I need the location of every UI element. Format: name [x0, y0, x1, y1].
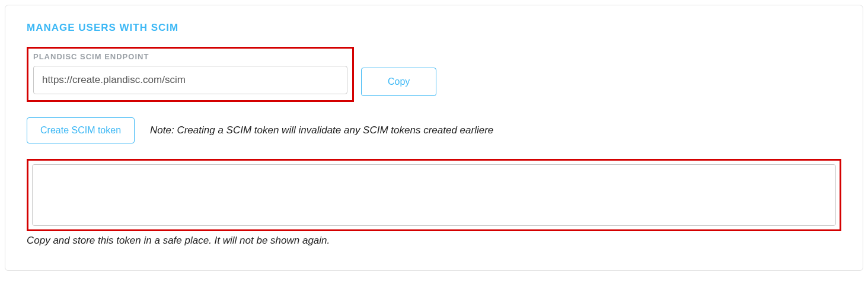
create-scim-token-button[interactable]: Create SCIM token: [27, 117, 135, 143]
token-store-hint: Copy and store this token in a safe plac…: [27, 235, 841, 247]
endpoint-label: PLANDISC SCIM ENDPOINT: [33, 52, 347, 61]
scim-token-output[interactable]: [32, 164, 836, 226]
copy-endpoint-button[interactable]: Copy: [361, 68, 436, 96]
scim-endpoint-input[interactable]: [33, 66, 347, 94]
token-output-section: Copy and store this token in a safe plac…: [27, 159, 841, 247]
endpoint-row: PLANDISC SCIM ENDPOINT Copy: [27, 47, 841, 102]
scim-settings-card: MANAGE USERS WITH SCIM PLANDISC SCIM END…: [5, 5, 863, 271]
section-title: MANAGE USERS WITH SCIM: [27, 22, 841, 34]
create-token-row: Create SCIM token Note: Creating a SCIM …: [27, 117, 841, 143]
token-output-highlight: [27, 159, 841, 231]
create-token-note: Note: Creating a SCIM token will invalid…: [150, 124, 493, 136]
endpoint-highlight: PLANDISC SCIM ENDPOINT: [27, 47, 354, 102]
